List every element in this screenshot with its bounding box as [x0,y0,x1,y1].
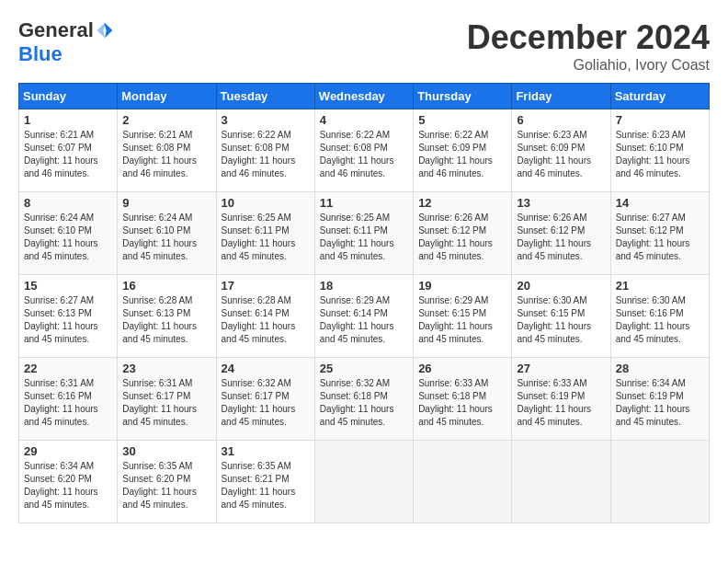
day-number: 27 [517,362,605,375]
table-row: 14 Sunrise: 6:27 AM Sunset: 6:12 PM Dayl… [610,192,709,275]
day-number: 18 [320,279,408,293]
table-row: 16 Sunrise: 6:28 AM Sunset: 6:13 PM Dayl… [118,275,216,358]
day-info: Sunrise: 6:22 AM Sunset: 6:08 PM Dayligh… [222,129,310,180]
col-wednesday: Wednesday [314,84,413,109]
col-sunday: Sunday [19,84,118,109]
table-row [414,441,512,523]
table-row: 21 Sunrise: 6:30 AM Sunset: 6:16 PM Dayl… [610,275,709,358]
day-info: Sunrise: 6:30 AM Sunset: 6:16 PM Dayligh… [616,294,704,346]
table-row: 4 Sunrise: 6:22 AM Sunset: 6:08 PM Dayli… [314,109,413,192]
day-number: 4 [320,113,408,127]
logo: General Blue [18,18,114,66]
day-number: 5 [418,113,506,127]
day-number: 23 [122,362,210,375]
day-info: Sunrise: 6:28 AM Sunset: 6:13 PM Dayligh… [122,294,210,346]
day-number: 21 [616,279,704,293]
logo-icon [96,21,114,40]
logo-blue-text: Blue [18,42,63,66]
day-info: Sunrise: 6:26 AM Sunset: 6:12 PM Dayligh… [418,212,506,263]
col-friday: Friday [512,84,610,109]
day-number: 26 [418,362,506,375]
day-number: 14 [616,196,704,210]
table-row: 24 Sunrise: 6:32 AM Sunset: 6:17 PM Dayl… [216,358,314,441]
day-info: Sunrise: 6:23 AM Sunset: 6:09 PM Dayligh… [517,129,605,180]
day-number: 12 [418,196,506,210]
table-row: 9 Sunrise: 6:24 AM Sunset: 6:10 PM Dayli… [118,192,216,275]
table-row: 27 Sunrise: 6:33 AM Sunset: 6:19 PM Dayl… [512,358,610,441]
day-info: Sunrise: 6:21 AM Sunset: 6:08 PM Dayligh… [122,129,210,180]
day-number: 16 [122,279,210,293]
table-row: 6 Sunrise: 6:23 AM Sunset: 6:09 PM Dayli… [512,109,610,192]
day-info: Sunrise: 6:35 AM Sunset: 6:21 PM Dayligh… [222,460,310,511]
table-row: 20 Sunrise: 6:30 AM Sunset: 6:15 PM Dayl… [512,275,610,358]
table-row: 3 Sunrise: 6:22 AM Sunset: 6:08 PM Dayli… [216,109,314,192]
day-number: 29 [24,444,112,458]
table-row: 15 Sunrise: 6:27 AM Sunset: 6:13 PM Dayl… [19,275,118,358]
day-info: Sunrise: 6:28 AM Sunset: 6:14 PM Dayligh… [222,294,310,346]
day-number: 31 [222,444,310,458]
day-number: 3 [222,113,310,127]
col-saturday: Saturday [610,84,709,109]
day-info: Sunrise: 6:35 AM Sunset: 6:20 PM Dayligh… [122,460,210,511]
table-row: 19 Sunrise: 6:29 AM Sunset: 6:15 PM Dayl… [414,275,512,358]
page-header: General Blue December 2024 Goliahio, Ivo… [18,18,710,74]
day-info: Sunrise: 6:23 AM Sunset: 6:10 PM Dayligh… [616,129,704,180]
day-info: Sunrise: 6:26 AM Sunset: 6:12 PM Dayligh… [517,212,605,263]
day-info: Sunrise: 6:22 AM Sunset: 6:09 PM Dayligh… [418,129,506,180]
day-number: 10 [222,196,310,210]
day-number: 19 [418,279,506,293]
table-row [512,441,610,523]
day-number: 7 [616,113,704,127]
table-row [610,441,709,523]
day-number: 20 [517,279,605,293]
day-info: Sunrise: 6:25 AM Sunset: 6:11 PM Dayligh… [222,212,310,263]
day-info: Sunrise: 6:29 AM Sunset: 6:14 PM Dayligh… [320,294,408,346]
table-row: 11 Sunrise: 6:25 AM Sunset: 6:11 PM Dayl… [314,192,413,275]
day-number: 28 [616,362,704,375]
day-number: 9 [122,196,210,210]
table-row [314,441,413,523]
table-row: 12 Sunrise: 6:26 AM Sunset: 6:12 PM Dayl… [414,192,512,275]
day-number: 11 [320,196,408,210]
table-row: 25 Sunrise: 6:32 AM Sunset: 6:18 PM Dayl… [314,358,413,441]
day-info: Sunrise: 6:33 AM Sunset: 6:18 PM Dayligh… [418,377,506,429]
day-info: Sunrise: 6:31 AM Sunset: 6:17 PM Dayligh… [122,377,210,429]
day-number: 15 [24,279,112,293]
day-info: Sunrise: 6:25 AM Sunset: 6:11 PM Dayligh… [320,212,408,263]
day-info: Sunrise: 6:32 AM Sunset: 6:18 PM Dayligh… [320,377,408,429]
table-row: 10 Sunrise: 6:25 AM Sunset: 6:11 PM Dayl… [216,192,314,275]
day-info: Sunrise: 6:21 AM Sunset: 6:07 PM Dayligh… [24,129,112,180]
col-thursday: Thursday [414,84,512,109]
day-info: Sunrise: 6:30 AM Sunset: 6:15 PM Dayligh… [517,294,605,346]
day-number: 13 [517,196,605,210]
logo-general: General [18,18,94,42]
day-number: 8 [24,196,112,210]
table-row: 5 Sunrise: 6:22 AM Sunset: 6:09 PM Dayli… [414,109,512,192]
day-info: Sunrise: 6:34 AM Sunset: 6:20 PM Dayligh… [24,460,112,511]
svg-marker-0 [105,23,112,39]
table-row: 1 Sunrise: 6:21 AM Sunset: 6:07 PM Dayli… [19,109,118,192]
day-number: 1 [24,113,112,127]
day-info: Sunrise: 6:33 AM Sunset: 6:19 PM Dayligh… [517,377,605,429]
table-row: 31 Sunrise: 6:35 AM Sunset: 6:21 PM Dayl… [216,441,314,523]
calendar-table: Sunday Monday Tuesday Wednesday Thursday… [18,83,710,523]
svg-marker-1 [97,23,105,39]
day-info: Sunrise: 6:24 AM Sunset: 6:10 PM Dayligh… [24,212,112,263]
day-info: Sunrise: 6:32 AM Sunset: 6:17 PM Dayligh… [222,377,310,429]
table-row: 26 Sunrise: 6:33 AM Sunset: 6:18 PM Dayl… [414,358,512,441]
day-info: Sunrise: 6:29 AM Sunset: 6:15 PM Dayligh… [418,294,506,346]
table-row: 2 Sunrise: 6:21 AM Sunset: 6:08 PM Dayli… [118,109,216,192]
day-info: Sunrise: 6:31 AM Sunset: 6:16 PM Dayligh… [24,377,112,429]
day-info: Sunrise: 6:34 AM Sunset: 6:19 PM Dayligh… [616,377,704,429]
col-tuesday: Tuesday [216,84,314,109]
table-row: 22 Sunrise: 6:31 AM Sunset: 6:16 PM Dayl… [19,358,118,441]
day-number: 2 [122,113,210,127]
day-info: Sunrise: 6:27 AM Sunset: 6:13 PM Dayligh… [24,294,112,346]
table-row: 23 Sunrise: 6:31 AM Sunset: 6:17 PM Dayl… [118,358,216,441]
table-row: 30 Sunrise: 6:35 AM Sunset: 6:20 PM Dayl… [118,441,216,523]
day-info: Sunrise: 6:27 AM Sunset: 6:12 PM Dayligh… [616,212,704,263]
table-row: 17 Sunrise: 6:28 AM Sunset: 6:14 PM Dayl… [216,275,314,358]
table-row: 29 Sunrise: 6:34 AM Sunset: 6:20 PM Dayl… [19,441,118,523]
day-number: 30 [122,444,210,458]
day-number: 25 [320,362,408,375]
